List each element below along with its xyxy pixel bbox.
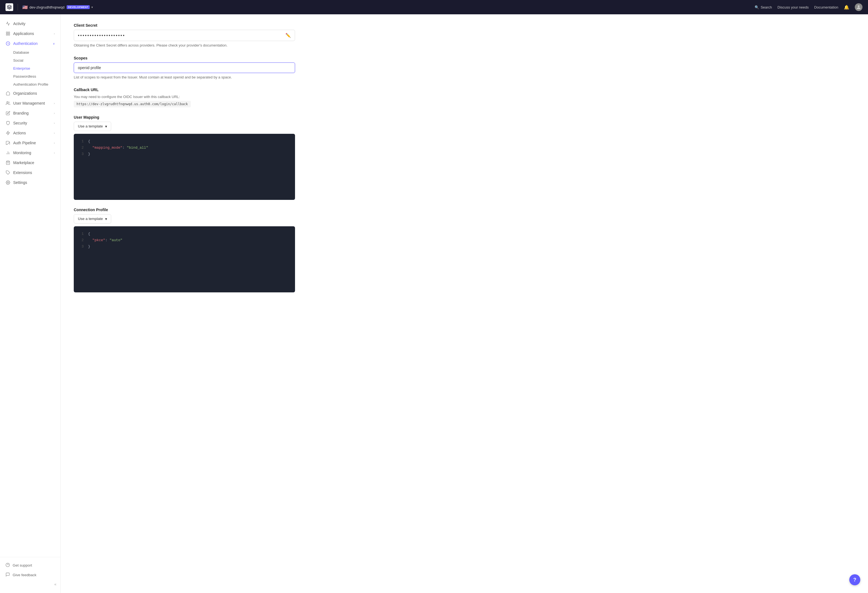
client-secret-hint: Obtaining the Client Secret differs acro… [74, 43, 295, 48]
search-icon: 🔍 [754, 5, 759, 9]
tenant-name: dev-zlvgrudhtfnqnwqd [30, 5, 64, 9]
monitoring-icon [6, 150, 10, 155]
connection-profile-template-dropdown[interactable]: Use a template ▾ [74, 214, 111, 223]
navbar-tenant[interactable]: 🇺🇸 dev-zlvgrudhtfnqnwqd DEVELOPMENT ▾ [22, 5, 93, 10]
sidebar-item-social[interactable]: Social [13, 56, 60, 64]
sidebar-collapse-button[interactable]: « [0, 580, 60, 589]
callback-url-label: Callback URL [74, 87, 295, 92]
get-support-item[interactable]: Get support [0, 560, 60, 570]
cp-code-line-3: 3 } [79, 243, 289, 250]
authentication-icon [6, 41, 10, 46]
bell-icon[interactable]: 🔔 [844, 5, 849, 10]
sidebar-item-actions[interactable]: Actions › [0, 128, 60, 138]
sidebar-label-branding: Branding [13, 111, 29, 115]
dev-badge: DEVELOPMENT [66, 5, 90, 9]
page-layout: Activity Applications › Authentication ∨ [0, 14, 868, 593]
sidebar-item-activity[interactable]: Activity [0, 19, 60, 29]
sidebar-bottom: Get support Give feedback « [0, 557, 60, 589]
user-mapping-code-editor[interactable]: 1 { 2 "mapping_mode": "bind_all" 3 } [74, 134, 295, 200]
branding-icon [6, 111, 10, 115]
sidebar-item-monitoring[interactable]: Monitoring › [0, 148, 60, 158]
sidebar-item-settings[interactable]: Settings [0, 177, 60, 188]
sidebar-item-branding[interactable]: Branding › [0, 108, 60, 118]
help-icon: ? [853, 577, 856, 583]
sidebar-item-auth-pipeline[interactable]: Auth Pipeline › [0, 138, 60, 148]
user-mapping-template-label: Use a template [78, 124, 103, 128]
sidebar-item-enterprise[interactable]: Enterprise [13, 64, 60, 72]
actions-icon [6, 130, 10, 135]
sidebar-item-organizations[interactable]: Organizations [0, 89, 60, 98]
client-secret-section: Client Secret •••••••••••••••••••• ✏️ Ob… [74, 23, 295, 48]
cp-code-line-2: 2 "pkce": "auto" [79, 237, 289, 243]
client-secret-edit-icon[interactable]: ✏️ [285, 33, 291, 38]
callback-url-hint: You may need to configure the OIDC Issue… [74, 94, 295, 100]
main-content: Client Secret •••••••••••••••••••• ✏️ Ob… [61, 14, 308, 593]
sidebar-item-auth-profile[interactable]: Authentication Profile [13, 80, 60, 89]
sidebar: Activity Applications › Authentication ∨ [0, 14, 61, 593]
code-line-3: 3 } [79, 151, 289, 157]
connection-profile-label: Connection Profile [74, 208, 295, 212]
connection-profile-chevron-icon: ▾ [105, 217, 107, 221]
applications-chevron: › [54, 32, 55, 35]
sidebar-item-database[interactable]: Database [13, 49, 60, 56]
connection-profile-section: Connection Profile Use a template ▾ 1 { … [74, 208, 295, 292]
docs-link[interactable]: Documentation [814, 5, 838, 9]
sidebar-nav: Activity Applications › Authentication ∨ [0, 19, 60, 557]
user-management-chevron: › [54, 102, 55, 105]
user-mapping-label: User Mapping [74, 115, 295, 120]
navbar-search[interactable]: 🔍 Search [754, 5, 772, 9]
callback-url-value: https://dev-zlvgrudhtfnqnwqd.us.auth0.co… [74, 101, 191, 107]
client-secret-dots: •••••••••••••••••••• [78, 33, 283, 38]
callback-url-section: Callback URL You may need to configure t… [74, 87, 295, 107]
connection-profile-code-editor[interactable]: 1 { 2 "pkce": "auto" 3 } [74, 226, 295, 292]
navbar-right: 🔍 Search Discuss your needs Documentatio… [754, 3, 862, 11]
discuss-link[interactable]: Discuss your needs [778, 5, 809, 9]
code-line-1: 1 { [79, 138, 289, 145]
svg-rect-1 [6, 32, 8, 33]
sidebar-item-extensions[interactable]: Extensions [0, 168, 60, 177]
sidebar-item-marketplace[interactable]: Marketplace [0, 158, 60, 168]
sidebar-label-authentication: Authentication [13, 41, 38, 46]
tenant-chevron: ▾ [92, 6, 93, 9]
auth-pipeline-chevron: › [54, 142, 55, 145]
user-mapping-section: User Mapping Use a template ▾ 1 { 2 "map… [74, 115, 295, 200]
auth-submenu: Database Social Enterprise Passwordless … [0, 49, 60, 89]
sidebar-label-monitoring: Monitoring [13, 151, 31, 155]
organizations-icon [6, 91, 10, 96]
svg-point-6 [7, 102, 8, 103]
search-label: Search [761, 5, 772, 9]
code-line-2: 2 "mapping_mode": "bind_all" [79, 145, 289, 151]
sidebar-item-user-management[interactable]: User Management › [0, 98, 60, 108]
help-button[interactable]: ? [849, 574, 860, 585]
give-feedback-item[interactable]: Give feedback [0, 570, 60, 580]
user-avatar[interactable] [855, 3, 862, 11]
security-icon [6, 121, 10, 126]
sidebar-label-security: Security [13, 121, 27, 125]
applications-icon [6, 31, 10, 36]
svg-rect-3 [6, 34, 8, 35]
scopes-hint: List of scopes to request from the Issue… [74, 75, 295, 80]
user-mapping-template-dropdown[interactable]: Use a template ▾ [74, 122, 111, 131]
svg-rect-2 [8, 32, 10, 33]
user-mapping-chevron-icon: ▾ [105, 124, 107, 129]
sidebar-item-passwordless[interactable]: Passwordless [13, 72, 60, 80]
client-secret-label: Client Secret [74, 23, 295, 28]
marketplace-icon [6, 160, 10, 165]
sidebar-item-security[interactable]: Security › [0, 118, 60, 128]
scopes-label: Scopes [74, 56, 295, 60]
sidebar-item-authentication[interactable]: Authentication ∨ [0, 38, 60, 49]
cp-code-line-1: 1 { [79, 231, 289, 237]
scopes-input[interactable] [74, 62, 295, 73]
svg-point-15 [7, 182, 9, 183]
authentication-chevron: ∨ [53, 42, 55, 45]
svg-point-0 [858, 5, 860, 7]
sidebar-label-applications: Applications [13, 31, 34, 36]
sidebar-item-applications[interactable]: Applications › [0, 29, 60, 38]
sidebar-label-activity: Activity [13, 21, 25, 26]
navbar: 🇺🇸 dev-zlvgrudhtfnqnwqd DEVELOPMENT ▾ 🔍 … [0, 0, 868, 14]
auth-pipeline-icon [6, 140, 10, 145]
security-chevron: › [54, 122, 55, 125]
branding-chevron: › [54, 112, 55, 115]
svg-rect-4 [8, 34, 10, 35]
sidebar-label-organizations: Organizations [13, 91, 37, 96]
